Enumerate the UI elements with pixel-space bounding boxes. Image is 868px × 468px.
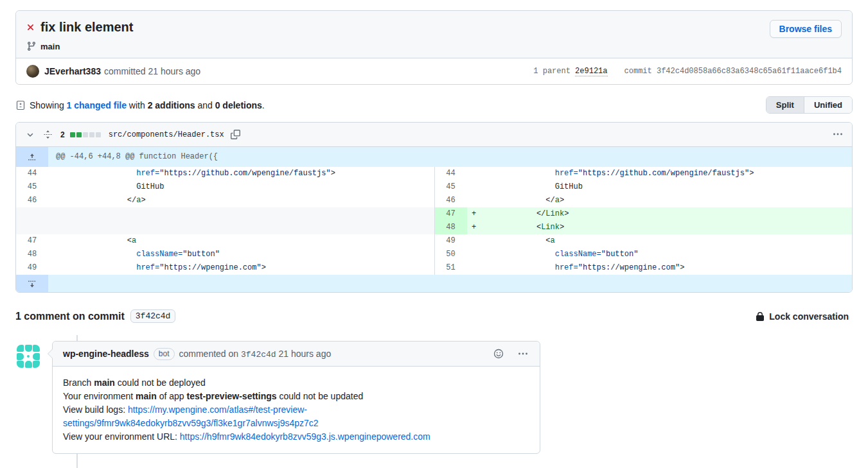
diff-line-number[interactable]: 48 — [16, 248, 48, 261]
text-segment: View your environment URL: — [63, 431, 180, 442]
text-segment: could not be updated — [277, 391, 364, 401]
comment-row: wp-engine-headless bot commented on 3f42… — [15, 341, 853, 454]
add-reaction-smiley-icon[interactable] — [492, 347, 505, 360]
text-segment: Showing — [30, 100, 67, 110]
file-path[interactable]: src/components/Header.tsx — [109, 130, 224, 139]
comment-body: Branch main could not be deployedYour en… — [53, 367, 540, 453]
comments-heading: 1 comment on commit 3f42c4d — [15, 309, 175, 323]
diff-line-number[interactable]: 47 — [435, 207, 467, 221]
diffstat-added-square — [70, 132, 75, 137]
expand-down-icon[interactable] — [16, 275, 48, 292]
diff-code: href="https://wpengine.com"> — [62, 261, 434, 275]
comments-heading-text: 1 comment on commit — [15, 311, 125, 322]
branch-row: main — [26, 41, 842, 51]
author-avatar[interactable] — [26, 65, 39, 78]
diff-marker — [48, 234, 62, 248]
copy-path-icon[interactable] — [229, 128, 242, 141]
diff-code: href="https://wpengine.com"> — [481, 261, 853, 275]
diff-summary-text: Showing 1 changed file with 2 additions … — [15, 100, 265, 110]
comment-meta-prefix: commented on — [179, 349, 242, 359]
comment-author-link[interactable]: wp-engine-headless — [63, 349, 149, 359]
diff-line-number[interactable]: 50 — [435, 248, 467, 261]
commit-meta-right: 1 parent 2e9121a commit 3f42c4d0858a66c8… — [533, 67, 842, 76]
diff-code — [62, 221, 434, 234]
diff-line-number[interactable]: 46 — [16, 194, 48, 207]
code-token: < — [127, 236, 132, 245]
code-token: Link — [541, 223, 560, 232]
comment-options-kebab-icon[interactable] — [517, 347, 529, 360]
diff-line-number[interactable]: 45 — [16, 180, 48, 194]
expand-all-unfold-icon[interactable] — [42, 128, 54, 141]
parent-sha-link[interactable]: 2e9121a — [575, 67, 607, 76]
diff-line-row: 48+ <Link> — [16, 221, 852, 234]
code-token: GitHub — [555, 182, 583, 191]
diff-marker — [48, 248, 62, 261]
diff-right-half: 44 href="https://github.com/wpengine/fau… — [434, 167, 853, 180]
diff-marker — [467, 248, 481, 261]
commit-sha-chip: 3f42c4d — [130, 309, 176, 323]
code-token: "https://github.com/wpengine/faustjs" — [578, 169, 749, 178]
unified-view-button[interactable]: Unified — [804, 97, 852, 113]
diff-left-half — [16, 207, 434, 221]
lock-conversation-label: Lock conversation — [769, 311, 849, 322]
inline-link[interactable]: 1 changed file — [67, 100, 127, 110]
diff-right-half: 50 className="button" — [434, 248, 853, 261]
code-token: < — [545, 236, 550, 245]
diff-line-number[interactable]: 46 — [435, 194, 467, 207]
diff-line-number[interactable]: 48 — [435, 221, 467, 234]
collapse-file-chevron-icon[interactable] — [24, 128, 37, 141]
diff-line-number[interactable]: 45 — [435, 180, 467, 194]
file-diff-icon — [15, 100, 26, 110]
split-view-button[interactable]: Split — [766, 97, 804, 113]
diff-line-number[interactable]: 44 — [435, 167, 467, 180]
diff-line-row: 45 GitHub45 GitHub — [16, 180, 852, 194]
comment-card-header: wp-engine-headless bot commented on 3f42… — [53, 342, 540, 367]
diff-left-half: 48 className="button" — [16, 248, 434, 261]
author-name-link[interactable]: JEverhart383 — [44, 66, 101, 76]
text-segment: View build logs: — [63, 404, 128, 415]
diff-line-number[interactable]: 49 — [16, 261, 48, 275]
diff-left-half: 49 href="https://wpengine.com"> — [16, 261, 434, 275]
diff-line-row: 44 href="https://github.com/wpengine/fau… — [16, 167, 852, 180]
diff-code: href="https://github.com/wpengine/faustj… — [62, 167, 434, 180]
code-token: href= — [136, 169, 159, 178]
page: fix link element Browse files main JEver… — [0, 0, 868, 454]
inline-link[interactable]: https://h9fmr9wk84edokyrb8zvv59g3.js.wpe… — [180, 431, 430, 442]
code-token: "https://github.com/wpengine/faustjs" — [159, 169, 330, 178]
bot-avatar[interactable] — [15, 343, 41, 369]
diff-line-row: 47 <a49 <a — [16, 234, 852, 248]
commit-title-row: fix link element — [26, 20, 842, 35]
file-changes-count: 2 — [60, 130, 65, 139]
diff-code — [62, 207, 434, 221]
diff-line-number[interactable]: 44 — [16, 167, 48, 180]
diff-marker — [48, 180, 62, 194]
diff-line-number[interactable]: 47 — [16, 234, 48, 248]
diff-code: GitHub — [62, 180, 434, 194]
text-segment: could not be deployed — [115, 377, 206, 388]
browse-files-button[interactable]: Browse files — [770, 20, 842, 38]
diff-marker — [467, 261, 481, 275]
commit-title: fix link element — [40, 20, 134, 35]
comment-caret-inner — [44, 349, 53, 358]
comment-card: wp-engine-headless bot commented on 3f42… — [52, 341, 540, 454]
lock-conversation-button[interactable]: Lock conversation — [751, 311, 853, 322]
file-options-kebab-icon[interactable] — [831, 128, 844, 141]
text-segment: with — [127, 100, 148, 110]
parent-label: 1 parent — [533, 67, 571, 76]
branch-name[interactable]: main — [40, 42, 60, 51]
diff-code: <a — [62, 234, 434, 248]
diff-marker: + — [467, 207, 481, 221]
diff-left-half: 46 </a> — [16, 194, 434, 207]
diff-line-number[interactable]: 51 — [435, 261, 467, 275]
expand-up-icon[interactable] — [16, 147, 48, 167]
code-token: href= — [555, 169, 578, 178]
text-segment: 2 additions — [148, 100, 195, 110]
diff-line-number[interactable]: 49 — [435, 234, 467, 248]
diff-table: @@ -44,6 +44,8 @@ function Header({44 hr… — [16, 147, 852, 292]
code-token: a — [551, 236, 555, 245]
diff-line-number — [16, 207, 48, 221]
diff-marker — [48, 194, 62, 207]
comment-meta-sha[interactable]: 3f42c4d — [241, 350, 276, 360]
diff-right-half: 45 GitHub — [434, 180, 853, 194]
lock-icon — [755, 311, 765, 322]
